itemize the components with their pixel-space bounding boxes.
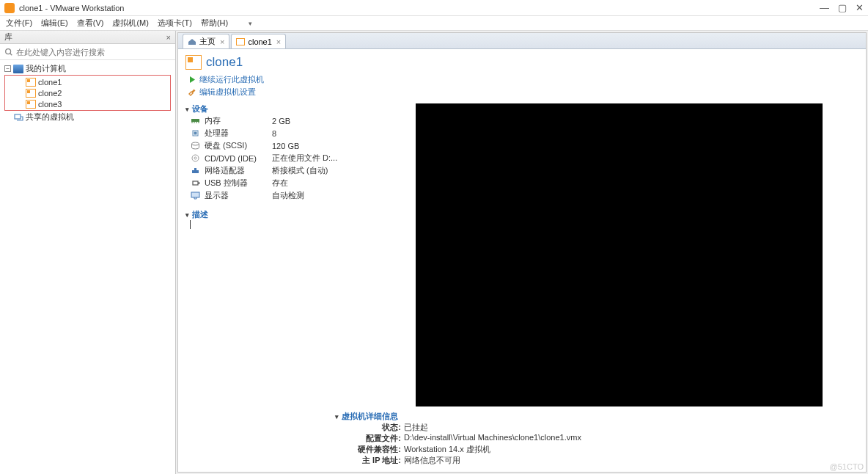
vm-icon	[26, 89, 36, 98]
device-row-usb[interactable]: USB 控制器 存在	[185, 177, 369, 189]
vm-page: clone1 继续运行此虚拟机 编辑虚拟机设置 ▾ 设备	[178, 49, 866, 472]
resume-vm-link[interactable]: 继续运行此虚拟机	[188, 74, 858, 85]
tree-label: 共享的虚拟机	[26, 112, 74, 123]
menu-bar: 文件(F) 编辑(E) 查看(V) 虚拟机(M) 选项卡(T) 帮助(H) ▾	[0, 16, 868, 31]
display-icon	[190, 192, 200, 200]
detail-value: D:\dev-install\Virtual Machines\clone1\c…	[404, 433, 581, 444]
tab-label: 主页	[199, 36, 216, 47]
collapse-icon: ▾	[185, 106, 189, 113]
svg-rect-21	[193, 181, 198, 185]
window-title: clone1 - VMware Workstation	[19, 4, 820, 12]
tree-label: clone1	[38, 78, 62, 87]
device-value: 120 GB	[272, 142, 369, 150]
device-row-display[interactable]: 显示器 自动检测	[185, 189, 369, 202]
device-row-network[interactable]: 网络适配器 桥接模式 (自动)	[185, 164, 369, 177]
vm-body: ▾ 设备 内存 2 GB 处理器	[185, 103, 858, 406]
detail-value: Workstation 14.x 虚拟机	[404, 444, 490, 455]
tree-label: 我的计算机	[26, 63, 66, 74]
description-section: ▾ 描述	[185, 209, 369, 230]
tab-close-button[interactable]: ×	[220, 37, 224, 46]
menu-view[interactable]: 查看(V)	[76, 18, 106, 29]
wrench-icon	[188, 88, 196, 96]
device-name: 显示器	[205, 190, 268, 201]
usb-icon	[190, 179, 200, 188]
library-sidebar: 库 × − 我的计算机 clone1 clone2	[0, 31, 176, 474]
detail-key: 状态:	[350, 422, 401, 433]
section-title: 描述	[192, 209, 208, 220]
tree-my-computer[interactable]: − 我的计算机	[0, 63, 175, 74]
title-bar: clone1 - VMware Workstation — ▢ ✕	[0, 0, 868, 16]
device-row-processor[interactable]: 处理器 8	[185, 127, 369, 139]
svg-point-11	[6, 48, 11, 54]
device-name: 处理器	[205, 128, 268, 139]
menu-file[interactable]: 文件(F)	[4, 18, 34, 29]
detail-key: 硬件兼容性:	[350, 444, 401, 455]
vm-icon	[236, 38, 245, 45]
device-name: 网络适配器	[205, 165, 268, 176]
description-editor[interactable]	[185, 220, 369, 230]
menu-vm[interactable]: 虚拟机(M)	[111, 18, 150, 29]
svg-point-17	[192, 155, 199, 161]
menu-edit[interactable]: 编辑(E)	[40, 18, 70, 29]
tab-clone1[interactable]: clone1 ×	[231, 34, 286, 48]
vm-console-thumbnail[interactable]	[416, 103, 823, 406]
play-dropdown-icon[interactable]: ▾	[247, 20, 254, 27]
detail-state: 状态: 已挂起	[188, 422, 858, 433]
minimize-button[interactable]: —	[820, 3, 829, 12]
text-caret	[190, 220, 191, 229]
vm-preview-area	[379, 103, 858, 406]
close-button[interactable]: ✕	[856, 3, 864, 12]
detail-key: 主 IP 地址:	[350, 455, 401, 466]
search-input[interactable]	[16, 48, 171, 56]
tree-vm-clone1[interactable]: clone1	[5, 76, 170, 87]
tab-home[interactable]: 主页 ×	[183, 34, 229, 48]
collapse-icon: ▾	[335, 413, 339, 420]
vm-header: clone1	[185, 55, 858, 70]
home-icon	[188, 38, 196, 45]
content-panel: 主页 × clone1 × clone1 继续运行此虚拟机	[177, 32, 867, 473]
devices-header[interactable]: ▾ 设备	[185, 103, 369, 114]
app-icon	[4, 3, 15, 13]
svg-rect-15	[194, 132, 196, 134]
tree-label: clone2	[38, 89, 62, 98]
device-name: USB 控制器	[205, 178, 268, 189]
library-tree: − 我的计算机 clone1 clone2 clone3	[0, 60, 175, 474]
details-header[interactable]: ▾ 虚拟机详细信息	[188, 411, 858, 422]
tab-close-button[interactable]: ×	[276, 37, 281, 46]
collapse-icon: ▾	[185, 211, 189, 219]
tab-label: clone1	[248, 37, 271, 46]
device-value: 自动检测	[272, 190, 369, 201]
library-close-button[interactable]: ×	[166, 33, 171, 42]
section-title: 设备	[192, 103, 208, 114]
detail-ip: 主 IP 地址: 网络信息不可用	[188, 455, 858, 466]
vm-big-icon	[185, 55, 202, 70]
memory-icon	[190, 117, 200, 125]
tree-vm-clone3[interactable]: clone3	[5, 98, 170, 109]
device-row-memory[interactable]: 内存 2 GB	[185, 114, 369, 127]
shared-icon	[13, 113, 23, 122]
maximize-button[interactable]: ▢	[838, 3, 847, 12]
play-icon	[188, 76, 196, 84]
device-row-disk[interactable]: 硬盘 (SCSI) 120 GB	[185, 139, 369, 152]
tab-bar: 主页 × clone1 ×	[178, 33, 866, 49]
tree-shared-vms[interactable]: 共享的虚拟机	[0, 112, 175, 123]
svg-rect-19	[192, 170, 199, 173]
device-value: 8	[272, 129, 369, 138]
vm-details-section: ▾ 虚拟机详细信息 状态: 已挂起 配置文件: D:\dev-install\V…	[185, 411, 858, 466]
description-header[interactable]: ▾ 描述	[185, 209, 369, 220]
device-row-cddvd[interactable]: CD/DVD (IDE) 正在使用文件 D:...	[185, 152, 369, 164]
devices-section: ▾ 设备 内存 2 GB 处理器	[185, 103, 369, 202]
edit-settings-link[interactable]: 编辑虚拟机设置	[188, 87, 858, 98]
detail-value: 已挂起	[404, 422, 428, 433]
tree-vm-clone2[interactable]: clone2	[5, 87, 170, 98]
search-icon	[4, 48, 13, 56]
menu-help[interactable]: 帮助(H)	[199, 18, 229, 29]
device-name: CD/DVD (IDE)	[205, 154, 268, 163]
svg-point-16	[191, 142, 199, 145]
vm-list-highlight: clone1 clone2 clone3	[4, 75, 171, 111]
svg-rect-12	[15, 114, 21, 119]
expand-icon[interactable]: −	[4, 65, 11, 72]
detail-config: 配置文件: D:\dev-install\Virtual Machines\cl…	[188, 433, 858, 444]
menu-tabs[interactable]: 选项卡(T)	[156, 18, 194, 29]
vm-icon	[26, 78, 36, 87]
